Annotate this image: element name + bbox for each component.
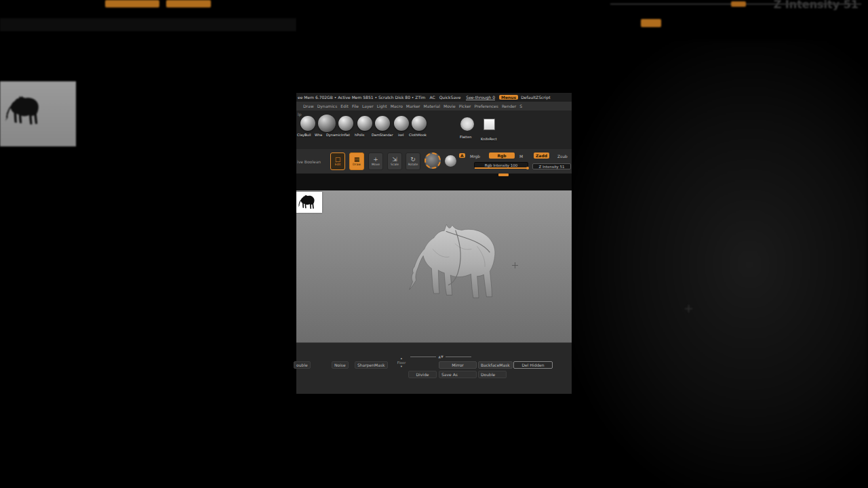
a-button[interactable]: A — [459, 153, 465, 158]
floor-down-icon[interactable]: ▾ — [401, 365, 402, 369]
draw-label: Draw — [353, 163, 361, 167]
menu-item-light[interactable]: Light — [377, 104, 387, 108]
rgb-intensity-handle[interactable] — [526, 167, 529, 169]
ghost-topbar — [0, 18, 296, 31]
brush-thumb-flatten[interactable] — [460, 117, 474, 131]
divider-line — [410, 357, 436, 357]
quicksave-button[interactable]: QuickSave — [439, 95, 461, 100]
live-boolean-button[interactable]: ive Boolean — [297, 159, 321, 164]
menu-item-macro[interactable]: Macro — [391, 104, 403, 108]
move-icon: + — [373, 156, 378, 163]
sculpt-cursor-icon — [512, 262, 518, 268]
shelf-canvas-gap — [296, 174, 572, 190]
see-through-slider[interactable]: See-through 0 — [466, 95, 495, 100]
zsub-button[interactable]: Zsub — [555, 153, 570, 159]
menu-item-file[interactable]: File — [352, 104, 359, 108]
menu-item-marker[interactable]: Marker — [406, 104, 420, 108]
brush-thumb-dynamicinflat[interactable] — [338, 116, 353, 131]
rotate-icon: ↻ — [410, 156, 416, 163]
brush-thumb-claybuildup[interactable] — [300, 116, 315, 131]
divide-button[interactable]: Divide — [408, 371, 437, 378]
mirror-button[interactable]: Mirror — [439, 361, 477, 369]
scale-button[interactable]: ⇲ Scale — [387, 152, 402, 170]
rotate-label: Rotate — [408, 163, 418, 167]
rgb-button[interactable]: Rgb — [489, 152, 515, 159]
menu-item-render[interactable]: Render — [502, 104, 516, 108]
brush-palette: lp ClayBuil Wha DynamicInflat hPolis Dam… — [296, 110, 572, 149]
move-button[interactable]: + Move — [368, 152, 383, 170]
menu-item-stencil[interactable]: S — [519, 104, 522, 108]
menu-item-edit[interactable]: Edit — [340, 104, 349, 108]
z-intensity-slider[interactable]: Z Intensity 51 — [532, 163, 571, 169]
save-as-button[interactable]: Save As — [439, 371, 477, 378]
ghost-rhino-body — [572, 41, 868, 488]
brush-label: ClothHook — [409, 133, 427, 137]
mini-orange-slider[interactable] — [498, 174, 509, 176]
floor-widget[interactable]: ▴ Floor ▾ — [395, 357, 408, 369]
del-hidden-button[interactable]: Del Hidden — [513, 361, 553, 369]
rhino-silhouette-icon — [1, 91, 49, 133]
ghost-slider-handle — [731, 1, 746, 7]
rgb-intensity-slider[interactable]: Rgb Intensity 100 — [474, 162, 528, 168]
edit-icon: □ — [335, 156, 341, 163]
double-button[interactable]: Double — [478, 371, 507, 378]
brush-thumb-chisel[interactable] — [394, 116, 409, 131]
z-intensity-label: Z Intensity 51 — [538, 165, 564, 169]
move-label: Move — [372, 163, 380, 167]
draw-button[interactable]: ▦ Draw — [349, 152, 364, 170]
tool-thumbnail[interactable] — [296, 192, 322, 213]
brush-label: DamStandar — [372, 133, 393, 137]
sharpen-mask-button[interactable]: SharpenMask — [355, 361, 388, 369]
panel-divider-arrows[interactable]: ▲▼ — [410, 354, 471, 359]
current-brush-icon[interactable] — [425, 152, 441, 169]
ghost-orange-button-2 — [166, 0, 211, 7]
stroke-sphere-icon[interactable] — [445, 155, 456, 167]
mrgb-button[interactable]: Mrgb — [468, 153, 482, 159]
menu-item-preferences[interactable]: Preferences — [475, 104, 498, 108]
edit-button[interactable]: □ Edit — [330, 152, 345, 170]
bottom-panel: ▲▼ ouble Noise SharpenMask ▴ Floor ▾ Div… — [296, 342, 572, 394]
menu-item-layer[interactable]: Layer — [362, 104, 374, 108]
brush-label: KnifeRect — [481, 137, 497, 141]
double-left-button[interactable]: ouble — [294, 361, 311, 369]
collapse-arrows-icon[interactable]: ▲▼ — [438, 354, 443, 359]
ac-indicator: AC — [429, 95, 435, 100]
draw-icon: ▦ — [354, 156, 360, 163]
menu-item-dynamics[interactable]: Dynamics — [317, 104, 338, 108]
zbrush-window: ee Mem 6.702GB • Active Mem 5851 • Scrat… — [296, 0, 572, 488]
menu-item-draw[interactable]: Draw — [303, 104, 314, 108]
video-frame: Z Intensity 51 + ee Mem 6.702GB • Active… — [0, 0, 868, 488]
right-ghost-panel: Z Intensity 51 + — [572, 0, 868, 488]
scale-icon: ⇲ — [392, 156, 397, 163]
memory-stats: ee Mem 6.702GB • Active Mem 5851 • Scrat… — [298, 95, 425, 100]
rgb-intensity-fill — [475, 167, 528, 169]
brush-thumb-move[interactable] — [318, 115, 336, 132]
brush-thumb-damstandard[interactable] — [375, 116, 390, 131]
edit-label: Edit — [335, 163, 341, 167]
menu-item-movie[interactable]: Movie — [443, 104, 456, 108]
menu-item-picker[interactable]: Picker — [459, 104, 471, 108]
ghost-z-intensity-label: Z Intensity 51 — [774, 0, 859, 11]
default-zscript-button[interactable]: DefaultZScript — [521, 95, 550, 100]
brush-label: isel — [398, 133, 403, 137]
menu-bar: Draw Dynamics Edit File Layer Light Macr… — [296, 102, 572, 110]
brush-label: hPolis — [355, 133, 364, 137]
tool-shelf: ive Boolean □ Edit ▦ Draw + Move ⇲ Scale… — [296, 149, 572, 174]
brush-label: Flatten — [460, 135, 472, 139]
menus-button[interactable]: Menus — [499, 95, 518, 100]
rotate-button[interactable]: ↻ Rotate — [406, 152, 420, 170]
menu-item-material[interactable]: Material — [424, 104, 440, 108]
noise-button[interactable]: Noise — [332, 361, 349, 369]
left-ghost-panel — [0, 0, 296, 488]
brush-thumb-kniferect[interactable] — [484, 119, 495, 130]
rhino-model[interactable] — [399, 201, 521, 330]
brush-thumb-clothhook[interactable] — [412, 116, 427, 131]
sculpt-canvas[interactable] — [296, 190, 572, 342]
ghost-orange-button-1 — [105, 0, 159, 7]
scale-label: Scale — [391, 163, 399, 167]
brush-label: Wha — [315, 133, 322, 137]
m-button[interactable]: M — [517, 153, 525, 159]
backface-mask-button[interactable]: BackfaceMask — [478, 361, 513, 369]
zadd-button[interactable]: Zadd — [534, 152, 549, 159]
brush-thumb-hpolish[interactable] — [357, 116, 372, 131]
